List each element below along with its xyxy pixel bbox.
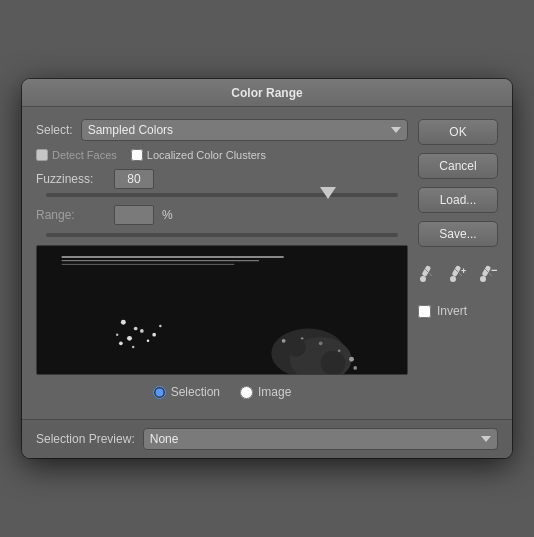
svg-point-25: [420, 276, 426, 282]
dialog-title-bar: Color Range: [22, 79, 512, 107]
svg-point-13: [152, 333, 156, 337]
svg-point-5: [134, 327, 138, 331]
range-label: Range:: [36, 208, 106, 222]
range-row: Range: %: [36, 205, 408, 225]
svg-point-16: [286, 337, 306, 357]
selection-preview-dropdown[interactable]: None Grayscale Black Matte White Matte Q…: [143, 428, 498, 450]
svg-point-20: [319, 341, 323, 345]
color-range-dialog: Color Range Select: Sampled Colors Reds …: [22, 79, 512, 458]
load-button[interactable]: Load...: [418, 187, 498, 213]
range-percent: %: [162, 208, 173, 222]
svg-text:+: +: [461, 266, 466, 276]
selection-radio[interactable]: [153, 386, 166, 399]
detect-faces-item[interactable]: Detect Faces: [36, 149, 117, 161]
svg-point-18: [282, 339, 286, 343]
range-track: [46, 233, 398, 237]
svg-point-28: [450, 276, 456, 282]
svg-point-21: [338, 349, 340, 351]
fuzziness-thumb[interactable]: [320, 187, 336, 199]
save-button[interactable]: Save...: [418, 221, 498, 247]
eyedropper-subtract-icon: −: [478, 264, 498, 284]
svg-point-19: [301, 337, 303, 339]
invert-checkbox[interactable]: [418, 305, 431, 318]
svg-point-7: [127, 336, 132, 341]
svg-point-23: [353, 366, 357, 370]
preview-svg: [37, 246, 407, 374]
fuzziness-row: Fuzziness:: [36, 169, 408, 189]
svg-point-12: [159, 325, 161, 327]
dialog-title: Color Range: [231, 86, 302, 100]
select-row: Select: Sampled Colors Reds Yellows Gree…: [36, 119, 408, 141]
svg-text:−: −: [491, 264, 497, 276]
fuzziness-label: Fuzziness:: [36, 172, 106, 186]
svg-point-22: [349, 357, 354, 362]
svg-point-6: [116, 333, 118, 335]
range-slider-wrap: [46, 233, 398, 237]
invert-row: Invert: [418, 304, 498, 318]
select-dropdown[interactable]: Sampled Colors Reds Yellows Greens Cyans…: [81, 119, 408, 141]
localized-clusters-label: Localized Color Clusters: [147, 149, 266, 161]
image-radio-label: Image: [258, 385, 291, 399]
svg-point-9: [147, 340, 149, 342]
svg-point-4: [121, 320, 126, 325]
dialog-content: Select: Sampled Colors Reds Yellows Gree…: [22, 107, 512, 419]
eyedropper-add-button[interactable]: +: [445, 261, 471, 290]
selection-radio-item[interactable]: Selection: [153, 385, 220, 399]
fuzziness-track: [46, 193, 398, 197]
localized-clusters-item[interactable]: Localized Color Clusters: [131, 149, 266, 161]
svg-point-10: [119, 341, 123, 345]
image-radio[interactable]: [240, 386, 253, 399]
selection-preview-label: Selection Preview:: [36, 432, 135, 446]
range-input[interactable]: [114, 205, 154, 225]
selection-radio-label: Selection: [171, 385, 220, 399]
image-radio-item[interactable]: Image: [240, 385, 291, 399]
ok-button[interactable]: OK: [418, 119, 498, 145]
left-panel: Select: Sampled Colors Reds Yellows Gree…: [36, 119, 408, 407]
right-panel: OK Cancel Load... Save...: [418, 119, 498, 407]
detect-faces-checkbox[interactable]: [36, 149, 48, 161]
svg-point-8: [140, 329, 144, 333]
bottom-row: Selection Preview: None Grayscale Black …: [22, 419, 512, 458]
svg-rect-0: [37, 246, 407, 374]
eyedropper-row: + −: [418, 261, 498, 290]
invert-label: Invert: [437, 304, 467, 318]
fuzziness-slider-wrap: [46, 193, 398, 197]
radio-row: Selection Image: [36, 385, 408, 399]
svg-point-32: [480, 276, 486, 282]
localized-clusters-checkbox[interactable]: [131, 149, 143, 161]
checkbox-row: Detect Faces Localized Color Clusters: [36, 149, 408, 161]
eyedropper-subtract-button[interactable]: −: [475, 261, 501, 290]
eyedropper-add-icon: +: [448, 264, 468, 284]
detect-faces-label: Detect Faces: [52, 149, 117, 161]
preview-image: [36, 245, 408, 375]
select-label: Select:: [36, 123, 73, 137]
eyedropper-normal-button[interactable]: [415, 261, 441, 290]
fuzziness-input[interactable]: [114, 169, 154, 189]
eyedropper-icon: [418, 264, 438, 284]
cancel-button[interactable]: Cancel: [418, 153, 498, 179]
svg-point-11: [132, 346, 134, 348]
